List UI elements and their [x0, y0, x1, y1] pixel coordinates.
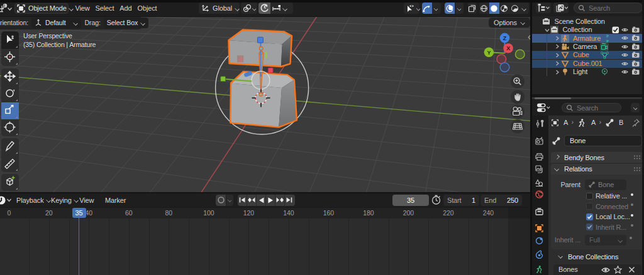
svg-text:Y: Y: [487, 50, 491, 56]
svg-text:X: X: [506, 45, 510, 51]
svg-text:Z: Z: [503, 35, 507, 41]
